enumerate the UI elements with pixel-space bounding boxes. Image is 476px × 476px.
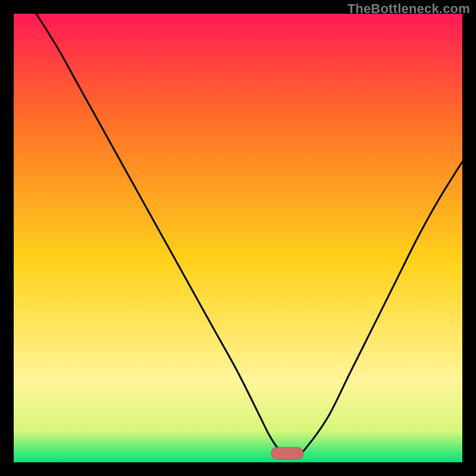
optimal-marker	[272, 447, 303, 459]
chart-frame: TheBottleneck.com	[0, 0, 476, 476]
watermark-text: TheBottleneck.com	[347, 1, 470, 17]
gradient-background	[14, 14, 462, 462]
bottleneck-chart	[14, 14, 462, 462]
